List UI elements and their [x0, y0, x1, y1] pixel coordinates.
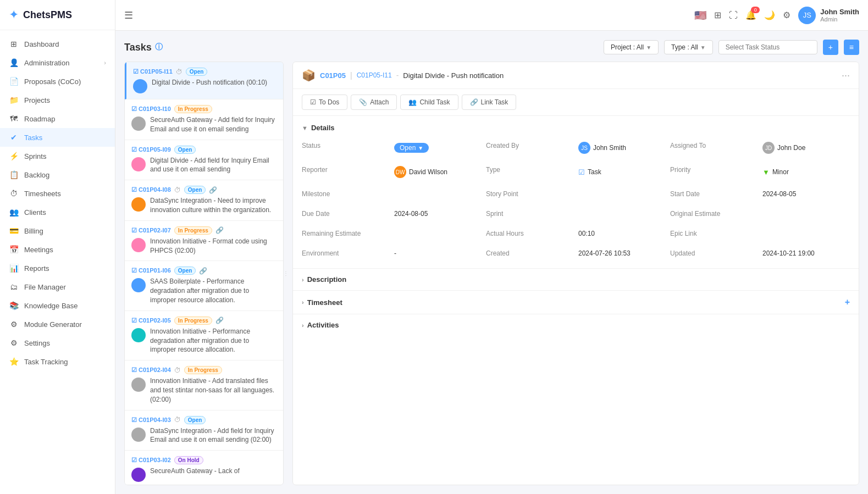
task-list-item[interactable]: ☑ C01P03-I10 In Progress SecureAuth Gate…: [125, 99, 283, 140]
fullscreen-icon[interactable]: ⛶: [729, 10, 738, 20]
type-filter[interactable]: Type : All ▼: [664, 40, 713, 54]
sidebar-item-dashboard[interactable]: ⊞ Dashboard: [0, 35, 115, 53]
status-search[interactable]: [718, 40, 817, 54]
sidebar-item-projects[interactable]: 📁 Projects: [0, 91, 115, 109]
task-list-item[interactable]: ☑ C01P04-I08 ⏱ Open 🔗 DataSync Integrati…: [125, 180, 283, 221]
task-id: ☑ C01P03-I02: [131, 457, 171, 464]
action-tab-attach[interactable]: 📎 Attach: [351, 95, 397, 110]
details-grid: Status Open ▼ Created By JS John Smith: [302, 138, 850, 260]
sidebar-item-proposals[interactable]: 📄 Proposals (CoCo): [0, 72, 115, 91]
link-icon: 🔗: [215, 226, 224, 234]
nav-icon-reports: 📊: [9, 264, 19, 273]
sidebar-item-sprints[interactable]: ⚡ Sprints: [0, 147, 115, 165]
action-tab-childtask[interactable]: 👥 Child Task: [400, 95, 458, 110]
details-section: ▼ Details Status Open ▼: [293, 116, 859, 268]
epic-link-label: Epic Link: [670, 226, 758, 241]
assigned-to-value: JD John Doe: [762, 138, 850, 157]
list-view-button[interactable]: ≡: [844, 40, 859, 55]
task-id: ☑ C01P03-I10: [131, 106, 171, 113]
link-icon: 🔗: [199, 267, 207, 275]
page-info-icon[interactable]: ⓘ: [155, 42, 163, 52]
sidebar-item-billing[interactable]: 💳 Billing: [0, 221, 115, 240]
task-avatar: [131, 378, 146, 392]
drag-handle[interactable]: ⋮: [284, 62, 288, 485]
task-id: ☑ C01P01-I06: [131, 267, 171, 274]
logo[interactable]: ✦ ChetsPMS: [0, 0, 115, 30]
task-list-item[interactable]: ☑ C01P02-I05 In Progress 🔗 Innovation In…: [125, 311, 283, 360]
sidebar-item-backlog[interactable]: 📋 Backlog: [0, 165, 115, 184]
sidebar-item-filemanager[interactable]: 🗂 File Manager: [0, 277, 115, 296]
sidebar-item-meetings[interactable]: 📅 Meetings: [0, 240, 115, 259]
sidebar-item-modulegenerator[interactable]: ⚙ Module Generator: [0, 315, 115, 334]
priority-value: ▼ Minor: [762, 163, 850, 181]
nav-label-tasktracking: Task Tracking: [24, 358, 68, 366]
settings-icon[interactable]: ⚙: [783, 10, 790, 20]
task-list-item[interactable]: ☑ C01P05-I09 Open Digital Divide - Add f…: [125, 140, 283, 181]
sidebar-item-reports[interactable]: 📊 Reports: [0, 259, 115, 277]
nav-label-timesheets: Timesheets: [24, 190, 61, 198]
attach-label: Attach: [370, 98, 389, 106]
sidebar-item-tasktracking[interactable]: ⭐ Task Tracking: [0, 352, 115, 371]
task-list-item[interactable]: ☑ C01P02-I04 ⏱ In Progress Innovation In…: [125, 360, 283, 410]
nav-icon-settings: ⚙: [9, 338, 19, 347]
sidebar-item-tasks[interactable]: ✔ Tasks: [0, 128, 115, 147]
sidebar-item-clients[interactable]: 👥 Clients: [0, 203, 115, 221]
task-list: ☑ C01P05-I11 ⏱ Open Digital Divide - Pus…: [124, 62, 284, 485]
timer-icon: ⏱: [174, 367, 181, 374]
add-timesheet-button[interactable]: +: [845, 297, 850, 307]
action-tab-linktask[interactable]: 🔗 Link Task: [462, 95, 517, 110]
attach-icon: 📎: [359, 98, 367, 106]
logo-icon: ✦: [9, 8, 19, 22]
sidebar-item-roadmap[interactable]: 🗺 Roadmap: [0, 109, 115, 128]
notification-icon[interactable]: 🔔 0: [745, 10, 756, 20]
detail-task-title: Digital Divide - Push notification: [403, 71, 504, 80]
detail-project-id[interactable]: C01P05: [320, 71, 346, 80]
theme-icon[interactable]: 🌙: [764, 10, 775, 20]
task-description: DataSync Integration - Need to improve i…: [150, 196, 277, 215]
type-value: ☑ Task: [578, 163, 666, 181]
environment-label: Environment: [302, 246, 390, 260]
project-filter[interactable]: Project : All ▼: [604, 40, 659, 54]
activities-section[interactable]: › Activities: [293, 314, 859, 336]
user-info[interactable]: JS John Smith Admin: [798, 7, 859, 24]
sidebar-item-knowledgebase[interactable]: 📚 Knowledge Base: [0, 296, 115, 315]
task-status-badge: Open: [174, 267, 196, 275]
link-icon: 🔗: [209, 186, 217, 194]
flag-icon[interactable]: 🇺🇸: [694, 9, 706, 21]
timesheet-section[interactable]: › Timesheet +: [293, 290, 859, 314]
apps-icon[interactable]: ⊞: [714, 10, 721, 20]
created-by-value: JS John Smith: [578, 138, 666, 157]
page-header: Tasks ⓘ Project : All ▼ Type : All ▼ + ≡: [124, 40, 859, 55]
sidebar-item-timesheets[interactable]: ⏱ Timesheets: [0, 184, 115, 203]
task-list-item[interactable]: ☑ C01P03-I02 On Hold SecureAuth Gateway …: [125, 451, 283, 485]
task-status-badge: Open: [184, 416, 206, 424]
task-list-item[interactable]: ☑ C01P05-I11 ⏱ Open Digital Divide - Pus…: [125, 62, 283, 99]
original-estimate-value: [762, 207, 850, 221]
timer-icon: ⏱: [174, 416, 181, 424]
nav-label-reports: Reports: [24, 264, 49, 273]
task-list-item[interactable]: ☑ C01P02-I07 In Progress 🔗 Innovation In…: [125, 221, 283, 262]
task-avatar: [133, 79, 147, 93]
task-description: Innovation Initiative - Format code usin…: [150, 237, 277, 256]
task-avatar: [131, 238, 146, 252]
sidebar-item-administration[interactable]: 👤 Administration ›: [0, 53, 115, 72]
due-date-label: Due Date: [302, 207, 390, 221]
sidebar-item-settings[interactable]: ⚙ Settings: [0, 334, 115, 352]
story-point-value: [578, 187, 666, 201]
status-badge[interactable]: Open ▼: [394, 143, 429, 153]
task-description: Innovation Initiative - Add translated f…: [150, 376, 277, 404]
nav-label-sprints: Sprints: [24, 152, 46, 160]
task-list-item[interactable]: ☑ C01P04-I03 ⏱ Open DataSync Integration…: [125, 410, 283, 451]
task-status-badge: Open: [174, 146, 196, 154]
task-list-item[interactable]: ☑ C01P01-I06 Open 🔗 SAAS Boilerplate - P…: [125, 261, 283, 310]
action-tab-todos[interactable]: ☑ To Dos: [302, 95, 347, 110]
sprint-label: Sprint: [486, 207, 574, 221]
nav-icon-roadmap: 🗺: [9, 114, 19, 123]
details-toggle[interactable]: ▼ Details: [302, 124, 850, 132]
description-section[interactable]: › Description: [293, 268, 859, 290]
detail-project-icon: 📦: [302, 69, 316, 82]
add-button[interactable]: +: [823, 40, 838, 55]
menu-icon[interactable]: ☰: [124, 9, 133, 21]
detail-more-button[interactable]: ···: [842, 70, 850, 81]
logo-text: ChetsPMS: [23, 9, 72, 21]
